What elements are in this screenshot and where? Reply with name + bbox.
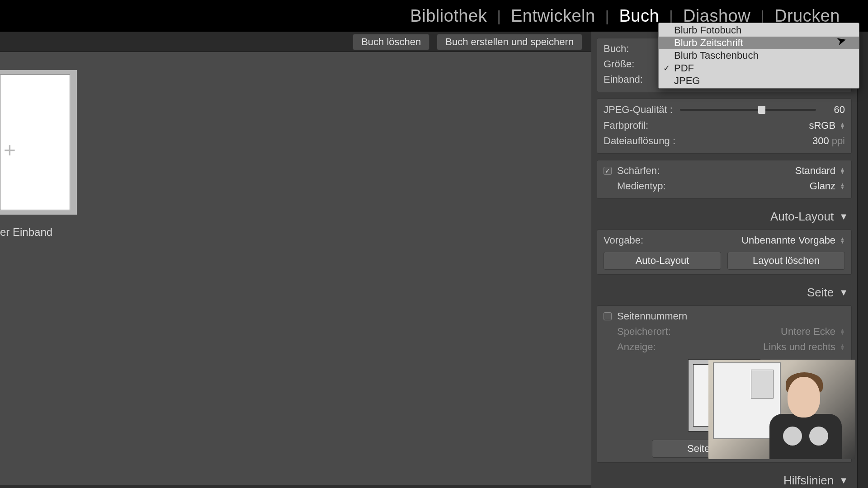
sharpen-checkbox[interactable] [604, 167, 612, 175]
book-sharpen-group: Schärfen: Standard▲▼ Medientyp: Glanz▲▼ [597, 160, 852, 199]
book-type-option-label: PDF [674, 62, 694, 74]
auto-layout-button[interactable]: Auto-Layout [604, 252, 721, 270]
webcam-overlay [708, 360, 855, 459]
create-book-button[interactable]: Buch erstellen und speichern [437, 34, 582, 50]
preset-label: Vorgabe: [604, 235, 643, 246]
book-type-option-label: Blurb Taschenbuch [674, 50, 759, 61]
book-type-label: Buch: [604, 43, 629, 55]
webcam-person [769, 369, 837, 459]
module-entwickeln[interactable]: Entwickeln [501, 6, 605, 26]
book-type-option[interactable]: Blurb Zeitschrift [659, 37, 859, 49]
color-profile-label: Farbprofil: [604, 120, 648, 131]
autolayout-group: Vorgabe: Unbenannte Vorgabe▲▼ Auto-Layou… [597, 230, 852, 275]
module-bibliothek[interactable]: Bibliothek [400, 6, 497, 26]
location-label: Speicherort: [617, 326, 671, 338]
cover-thumbnail[interactable]: + [0, 70, 77, 215]
display-value: Links und rechts▲▼ [763, 341, 845, 353]
chevron-down-icon: ▼ [839, 211, 848, 222]
module-sep: | [669, 7, 673, 25]
panel-scrollbar[interactable] [857, 32, 868, 488]
jpeg-quality-label: JPEG-Qualität : [604, 104, 674, 116]
book-type-option[interactable]: Blurb Taschenbuch [659, 49, 859, 62]
book-type-option[interactable]: ✓PDF [659, 62, 859, 75]
display-label: Anzeige: [617, 341, 656, 353]
media-value[interactable]: Glanz▲▼ [810, 180, 845, 192]
book-type-option-label: Blurb Zeitschrift [674, 37, 743, 49]
pagenumbers-checkbox[interactable] [604, 312, 612, 320]
book-type-option[interactable]: JPEG [659, 75, 859, 87]
module-sep: | [605, 7, 609, 25]
check-icon: ✓ [663, 63, 670, 73]
location-value: Untere Ecke▲▼ [781, 326, 845, 338]
page-section-header[interactable]: Seite▼ [597, 281, 852, 304]
canvas-bottom-edge [0, 485, 591, 488]
autolayout-section-header[interactable]: Auto-Layout▼ [597, 205, 852, 228]
chevron-down-icon: ▼ [839, 475, 848, 486]
resolution-value[interactable]: 300ppi [812, 135, 845, 147]
book-output-group: JPEG-Qualität : 60 Farbprofil: sRGB▲▼ Da… [597, 99, 852, 154]
book-type-option[interactable]: Blurb Fotobuch [659, 24, 859, 37]
add-photo-icon[interactable]: + [4, 138, 16, 162]
preset-value[interactable]: Unbenannte Vorgabe▲▼ [741, 235, 845, 246]
media-label: Medientyp: [617, 180, 666, 192]
jpeg-quality-slider[interactable] [680, 109, 816, 111]
module-sep: | [760, 7, 764, 25]
jpeg-quality-value[interactable]: 60 [822, 104, 845, 116]
module-sep: | [497, 7, 501, 25]
color-profile-value[interactable]: sRGB▲▼ [809, 120, 845, 131]
jpeg-quality-thumb[interactable] [758, 106, 765, 114]
size-label: Größe: [604, 58, 634, 70]
clear-layout-button[interactable]: Layout löschen [727, 252, 845, 270]
chevron-down-icon: ▼ [839, 287, 848, 298]
delete-book-button[interactable]: Buch löschen [353, 34, 429, 50]
pagenumbers-label: Seitennummern [617, 310, 687, 322]
cover-label: Einband: [604, 74, 643, 85]
book-canvas[interactable]: + er Einband [0, 52, 591, 488]
cover-caption: er Einband [0, 226, 52, 239]
book-type-dropdown[interactable]: Blurb FotobuchBlurb ZeitschriftBlurb Tas… [658, 23, 859, 89]
book-type-option-label: Blurb Fotobuch [674, 24, 741, 36]
sharpen-label: Schärfen: [617, 165, 660, 177]
guides-section-header[interactable]: Hilfslinien▼ [597, 469, 852, 488]
resolution-label: Dateiauflösung : [604, 135, 675, 147]
book-type-option-label: JPEG [674, 75, 700, 87]
book-toolbar: Buch löschen Buch erstellen und speicher… [0, 32, 591, 52]
sharpen-value[interactable]: Standard▲▼ [795, 165, 845, 177]
